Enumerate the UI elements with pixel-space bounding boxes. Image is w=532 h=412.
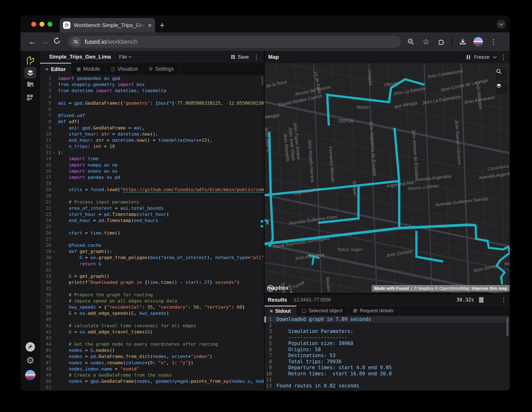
code-line[interactable]: 31 return G bbox=[40, 261, 264, 267]
rail-item-settings-gear-icon[interactable]: ⚙ bbox=[26, 356, 34, 365]
reload-button[interactable] bbox=[51, 37, 63, 46]
save-button[interactable]: Save bbox=[231, 54, 249, 60]
code-line[interactable]: 39 G = ox.add_edge_speeds(G, hwy_speeds) bbox=[40, 311, 264, 317]
map-search-button[interactable] bbox=[496, 69, 507, 80]
tab-editor[interactable]: ‹›Editor bbox=[40, 63, 71, 75]
code-line[interactable]: 8def udf( bbox=[40, 119, 264, 125]
code-line[interactable]: 50 nodes = gpd.GeoDataFrame(nodes, geome… bbox=[40, 379, 264, 385]
editor-scrollbar[interactable] bbox=[261, 76, 263, 85]
code-editor[interactable]: 1import geopandas as gpd2from shapely.ge… bbox=[40, 75, 264, 391]
mapbox-logo[interactable]: m mapbox bbox=[267, 285, 289, 291]
map-menu-kebab-icon[interactable]: ⋮ bbox=[500, 54, 506, 60]
code-line[interactable]: 36 # Prepare the graph for routing bbox=[40, 292, 264, 298]
code-line[interactable]: 19 utils = fused.load("https://github.co… bbox=[40, 187, 264, 193]
freeze-button[interactable]: Freeze bbox=[474, 54, 489, 60]
trip-route-line[interactable] bbox=[395, 128, 399, 228]
code-line[interactable]: 44 # Get the graph node to query coordin… bbox=[40, 342, 264, 348]
code-line[interactable]: 9 aoi: gpd.GeoDataFrame = aoi, bbox=[40, 125, 264, 131]
code-line[interactable]: 48 nodes.index.name = "osmid" bbox=[40, 366, 264, 373]
code-line[interactable]: 32 bbox=[40, 267, 264, 274]
code-line[interactable]: 25 bbox=[40, 224, 264, 230]
code-line[interactable]: 22 area_of_interest = aoi.total_bounds bbox=[40, 206, 264, 212]
code-line[interactable]: 13›): bbox=[40, 150, 264, 156]
code-line[interactable]: 15 import numpy as np bbox=[40, 162, 264, 168]
minimize-window-button[interactable] bbox=[39, 22, 44, 27]
code-line[interactable]: 26 start = time.time() bbox=[40, 230, 264, 236]
code-line[interactable]: 20 bbox=[40, 193, 264, 199]
downloads-icon[interactable] bbox=[458, 37, 467, 46]
code-line[interactable]: 6 bbox=[40, 107, 264, 113]
zoom-out-icon[interactable] bbox=[406, 37, 415, 46]
run-status-block[interactable] bbox=[479, 297, 484, 303]
rail-item-add-folder[interactable] bbox=[26, 80, 34, 88]
code-line[interactable]: 11 end_hour: str = datetime.now() + time… bbox=[40, 137, 264, 144]
rail-item-apps-grid[interactable] bbox=[26, 94, 34, 102]
editor-menu-kebab-icon[interactable]: ⋮ bbox=[253, 54, 259, 60]
code-line[interactable]: 1import geopandas as gpd bbox=[40, 76, 264, 82]
code-line[interactable]: 34 print(f"Downloaded graph in {time.tim… bbox=[40, 280, 264, 286]
code-line[interactable]: 43 bbox=[40, 335, 264, 342]
stdout-output[interactable]: 1Downloaded graph in 7.09 seconds23 Simu… bbox=[265, 315, 510, 391]
code-line[interactable]: 35 bbox=[40, 286, 264, 292]
rail-item-layers[interactable] bbox=[24, 67, 36, 79]
browser-tab[interactable]: Workbench Simple_Trips_Gen × bbox=[60, 18, 155, 32]
tab-settings[interactable]: ⚙Settings bbox=[143, 63, 179, 75]
code-line[interactable]: 46 nodes = pd.DataFrame.from_dict(nodes,… bbox=[40, 354, 264, 360]
code-line[interactable]: 30 G = ox.graph_from_polygon(box(*area_o… bbox=[40, 255, 264, 261]
rail-item-tools-wrench-icon[interactable] bbox=[26, 342, 35, 352]
code-line[interactable]: 3from datetime import datetime, timedelt… bbox=[40, 88, 264, 94]
new-tab-button[interactable]: + bbox=[160, 21, 165, 30]
code-line[interactable]: 40 bbox=[40, 317, 264, 323]
tab-stdout[interactable]: ≡Stdout bbox=[265, 306, 296, 315]
code-line[interactable]: 24 end_hour = pd.Timestamp(end_hour) bbox=[40, 218, 264, 224]
code-line[interactable]: 29› def get_graph(): bbox=[40, 249, 264, 255]
bookmark-star-icon[interactable]: ☆ bbox=[421, 37, 430, 46]
code-line[interactable]: 12 n_trips: int = 10 bbox=[40, 144, 264, 150]
tab-search-chevron-button[interactable] bbox=[497, 20, 506, 29]
extensions-puzzle-icon[interactable] bbox=[437, 37, 446, 46]
code-line[interactable]: 33 G = get_graph() bbox=[40, 274, 264, 280]
code-line[interactable]: 14 import time bbox=[40, 156, 264, 162]
forward-button[interactable]: → bbox=[38, 37, 51, 46]
browser-menu-kebab-icon[interactable]: ⋮ bbox=[489, 37, 498, 46]
results-menu-kebab-icon[interactable]: ⋮ bbox=[501, 297, 507, 303]
tab-selected-object[interactable]: ▢Selected object bbox=[296, 306, 348, 315]
code-line[interactable]: 4 bbox=[40, 94, 264, 100]
fold-chevron-icon[interactable]: › bbox=[52, 251, 57, 253]
fused-logo-icon[interactable] bbox=[25, 55, 36, 66]
code-line[interactable]: 45 nodes = G.nodes() bbox=[40, 348, 264, 354]
map-layers-button[interactable] bbox=[496, 83, 507, 94]
code-line[interactable]: 38 hwy_speeds = {"residential": 35, "sec… bbox=[40, 304, 264, 311]
back-button[interactable]: ← bbox=[26, 37, 38, 46]
trip-route-line[interactable] bbox=[265, 181, 399, 195]
freeze-chevron-icon[interactable] bbox=[493, 54, 497, 58]
code-line[interactable]: 16 import osmnx as ox bbox=[40, 168, 264, 175]
profile-avatar[interactable] bbox=[474, 37, 483, 47]
fold-chevron-icon[interactable]: › bbox=[52, 152, 57, 154]
code-line[interactable]: 42 G = ox.add_edge_travel_times(G) bbox=[40, 329, 264, 335]
map-viewport[interactable]: de la TorreMeiggsAlonso del RincónOlmosJ… bbox=[265, 63, 510, 293]
code-line[interactable]: 27 bbox=[40, 236, 264, 243]
code-line[interactable]: 2from shapely.geometry import box bbox=[40, 82, 264, 88]
code-line[interactable]: 23 start_hour = pd.Timestamp(start_hour) bbox=[40, 212, 264, 218]
code-line[interactable]: 37 # impute speed on all edges missing d… bbox=[40, 298, 264, 304]
code-line[interactable]: 51 bbox=[40, 385, 264, 391]
stdout-scrollbar[interactable] bbox=[506, 318, 508, 336]
code-line[interactable]: 10 start_hour: str = datetime.now(), bbox=[40, 131, 264, 137]
url-bar[interactable]: fused.io/workbench bbox=[67, 36, 401, 48]
tab-module[interactable]: ▦Module bbox=[71, 63, 105, 75]
tab-request-details[interactable]: ⊞Request details bbox=[348, 306, 399, 315]
code-line[interactable]: 7@fused.udf bbox=[40, 113, 264, 119]
tab-visualize[interactable]: ◫Visualize bbox=[105, 63, 143, 75]
file-menu[interactable]: File bbox=[119, 54, 131, 60]
code-line[interactable]: 18 bbox=[40, 181, 264, 187]
code-line[interactable]: 5aoi = gpd.GeoDataFrame({'geometry': [bo… bbox=[40, 100, 264, 107]
rail-item-user-avatar[interactable] bbox=[25, 370, 35, 380]
code-line[interactable]: 17 import pandas as pd bbox=[40, 175, 264, 181]
code-line[interactable]: 28 @fused.cache bbox=[40, 243, 264, 249]
trip-route-line[interactable] bbox=[265, 220, 267, 225]
tab-close-icon[interactable]: × bbox=[148, 22, 152, 29]
code-line[interactable]: 49 # Create a GeoDataFrame from the node… bbox=[40, 373, 264, 379]
code-line[interactable]: 41 # calculate travel time (seconds) for… bbox=[40, 323, 264, 329]
maximize-window-button[interactable] bbox=[48, 22, 52, 27]
